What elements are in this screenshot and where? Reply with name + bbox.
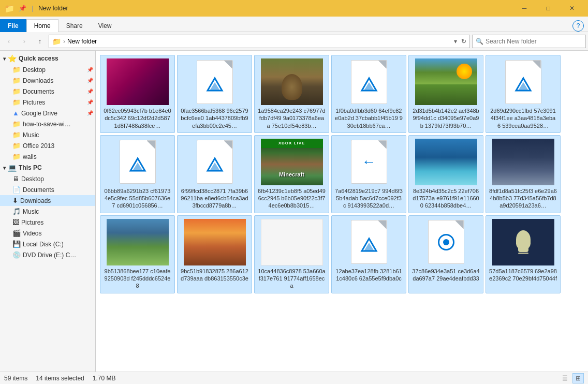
ribbon-tabs: File Home Share View ? xyxy=(0,17,588,32)
file-thumbnail xyxy=(107,139,169,185)
sidebar-item-videos-pc[interactable]: 🎬 Videos xyxy=(0,228,95,239)
tab-view[interactable]: View xyxy=(91,19,120,32)
file-name: 57d5a1187c6579 69e2a98e2369c2 70e29bf4d7… xyxy=(489,268,557,283)
sidebar-item-music-pc[interactable]: 🎵 Music xyxy=(0,206,95,217)
file-thumbnail xyxy=(261,219,323,265)
minimize-button[interactable]: ─ xyxy=(512,0,536,17)
sidebar-item-office2013[interactable]: 📁 Office 2013 xyxy=(0,140,95,151)
details-view-button[interactable]: ☰ xyxy=(559,373,570,383)
pin-icon: 📌 xyxy=(87,67,93,72)
address-bar[interactable]: 📁 › New folder ▾ ↻ xyxy=(49,35,470,48)
quick-access-star-icon: ⭐ xyxy=(8,54,17,63)
sidebar-item-documents-pinned[interactable]: 📁 Documents 📌 xyxy=(0,86,95,97)
sidebar-item-downloads-pc[interactable]: ⬇ Downloads xyxy=(0,195,95,206)
sidebar-item-pictures-pinned[interactable]: 📁 Pictures 📌 xyxy=(0,97,95,108)
file-thumbnail: ← xyxy=(338,139,400,185)
documents-folder-icon: 📁 xyxy=(12,87,21,95)
music-icon: 🎵 xyxy=(12,208,21,215)
search-input[interactable] xyxy=(486,38,582,45)
up-button[interactable]: ↑ xyxy=(33,35,47,48)
pin-icon: 📌 xyxy=(87,78,93,83)
title-bar-app-icon: 📁 xyxy=(4,4,14,13)
title-bar-controls: ─ □ ✕ xyxy=(512,0,584,17)
file-item[interactable]: 37c86e934e3a51 ce3d6a4da697a7 29ae4deafb… xyxy=(408,215,483,293)
file-item[interactable]: 10ca44836c8978 53a660af317e761 91774aff1… xyxy=(254,215,329,293)
file-name: 1a9584ca29e243 c76977dfdb7df49 9a0173378… xyxy=(258,107,326,129)
file-name: 0fac3566baf5368 96c2579bcfc6ee0 1ab44378… xyxy=(181,107,248,129)
tab-file[interactable]: File xyxy=(0,19,26,32)
sidebar-item-local-disk[interactable]: 💾 Local Disk (C:) xyxy=(0,239,95,249)
sidebar-item-documents-pc[interactable]: 📄 Documents xyxy=(0,184,95,195)
search-bar[interactable]: 🔍 xyxy=(472,35,586,48)
sidebar-item-label: Office 2013 xyxy=(23,142,54,150)
this-pc-label: This PC xyxy=(19,164,42,171)
sidebar-item-how-to-save[interactable]: 📁 how-to-save-wi… xyxy=(0,119,95,129)
tab-home[interactable]: Home xyxy=(26,19,58,32)
sidebar-item-google-drive[interactable]: ▲ Google Drive 📌 xyxy=(0,108,95,119)
tab-share[interactable]: Share xyxy=(58,19,91,32)
file-item[interactable]: 0f62ec05943cf7b b1e84e0dc5c342 69c12df2d… xyxy=(100,55,175,133)
file-name: 8e324b4d35c2c5 22ef706d17573a e9761f91e1… xyxy=(412,187,480,210)
sidebar-item-music[interactable]: 📁 Music xyxy=(0,129,95,140)
sidebar-item-label: Documents xyxy=(23,88,54,95)
search-icon: 🔍 xyxy=(476,38,483,45)
file-item[interactable]: 1f0ba0dfbb3d60 64ef9c82e0ab2d 37cbabb1f4… xyxy=(331,55,406,133)
file-item[interactable]: 57d5a1187c6579 69e2a98e2369c2 70e29bf4d7… xyxy=(486,215,561,293)
back-button[interactable]: ‹ xyxy=(2,35,16,48)
google-drive-icon: ▲ xyxy=(12,109,19,117)
sidebar-item-label: Videos xyxy=(23,230,41,237)
file-item[interactable]: 8fdf1d8a51fc25f3 e6e29a64b8b5b3 77d345a5… xyxy=(486,135,561,213)
file-thumbnail xyxy=(492,58,554,105)
help-button[interactable]: ? xyxy=(572,20,584,32)
sidebar-item-downloads-pinned[interactable]: 📁 Downloads 📌 xyxy=(0,75,95,86)
file-thumbnail xyxy=(492,219,554,265)
maximize-button[interactable]: □ xyxy=(536,0,560,17)
sidebar-section-this-pc[interactable]: ▾ 💻 This PC xyxy=(0,162,95,173)
file-thumbnail xyxy=(184,139,246,185)
address-refresh[interactable]: ↻ xyxy=(461,38,466,45)
sidebar-item-dvd-drive[interactable]: 💿 DVD Drive (E:) C… xyxy=(0,249,95,260)
downloads-icon: ⬇ xyxy=(12,197,18,204)
sidebar: ▾ ⭐ Quick access 📁 Desktop 📌 📁 Downloads… xyxy=(0,51,96,372)
pin-icon: 📌 xyxy=(87,99,93,105)
file-item[interactable]: 06bb89a6291b23 cf619734e5c9fec 55d85b607… xyxy=(100,135,175,213)
sidebar-item-walls[interactable]: 📁 walls xyxy=(0,151,95,162)
address-separator: › xyxy=(63,38,65,45)
address-dropdown-arrow[interactable]: ▾ xyxy=(454,38,457,45)
file-name: 0f62ec05943cf7b b1e84e0dc5c342 69c12df2d… xyxy=(104,107,171,129)
close-button[interactable]: ✕ xyxy=(560,0,584,17)
documents-icon: 📄 xyxy=(12,186,21,194)
title-bar-folder-pin: 📌 xyxy=(19,5,26,12)
address-folder-icon: 📁 xyxy=(52,37,61,46)
desktop-icon: 🖥 xyxy=(12,175,19,183)
file-item[interactable]: 8e324b4d35c2c5 22ef706d17573a e9761f91e1… xyxy=(408,135,483,213)
file-item[interactable]: 1a9584ca29e243 c76977dfdb7df49 9a0173378… xyxy=(254,55,329,133)
file-item[interactable]: ← 7a64f2819e219c7 994d6f35b4adab 5ac6d7c… xyxy=(331,135,406,213)
file-item[interactable]: 9b513868bee177 c10eafe9250908d f245dddc6… xyxy=(100,215,175,293)
quick-access-label: Quick access xyxy=(19,55,58,62)
file-item[interactable]: 9bc51b91832875 286a612d739aaa db86315355… xyxy=(177,215,252,293)
file-item[interactable]: 6f99ffcd38cc2871 7fa39b696211ba e8ed6cb5… xyxy=(177,135,252,213)
file-item[interactable]: 12abe37ea128fb 3281b611c480c6 62a55e5f9d… xyxy=(331,215,406,293)
sidebar-item-label: how-to-save-wi… xyxy=(23,121,71,128)
sidebar-item-label: Local Disk (C:) xyxy=(23,241,64,248)
sidebar-item-desktop-pinned[interactable]: 📁 Desktop 📌 xyxy=(0,64,95,75)
pin-icon: 📌 xyxy=(87,88,93,94)
file-item[interactable]: 0fac3566baf5368 96c2579bcfc6ee0 1ab44378… xyxy=(177,55,252,133)
forward-button[interactable]: › xyxy=(18,35,31,48)
sidebar-item-label: Music xyxy=(23,208,39,215)
file-item[interactable]: 2d31d5b4b142e2 aef348b9f94dd1c d34095e97… xyxy=(408,55,483,133)
sidebar-section-quick-access[interactable]: ▾ ⭐ Quick access xyxy=(0,53,95,64)
file-item[interactable]: XBOX LIVE Minecraft 6fb41239c1eb8f5 a05e… xyxy=(254,135,329,213)
file-thumbnail xyxy=(184,219,246,265)
sidebar-item-pictures-pc[interactable]: 🖼 Pictures xyxy=(0,217,95,228)
sidebar-item-label: Music xyxy=(23,131,39,139)
file-item[interactable]: 2d69d290cc1fbd 57c30914f34f1ee a3aa4818a… xyxy=(486,55,561,133)
main-area: ▾ ⭐ Quick access 📁 Desktop 📌 📁 Downloads… xyxy=(0,51,588,372)
file-thumbnail: XBOX LIVE Minecraft xyxy=(261,139,323,185)
selected-count: 14 items selected xyxy=(36,375,84,382)
sidebar-item-desktop-pc[interactable]: 🖥 Desktop xyxy=(0,173,95,184)
nav-bar: ‹ › ↑ 📁 › New folder ▾ ↻ 🔍 xyxy=(0,32,588,51)
large-icons-view-button[interactable]: ⊞ xyxy=(572,373,584,383)
file-thumbnail xyxy=(415,139,477,185)
